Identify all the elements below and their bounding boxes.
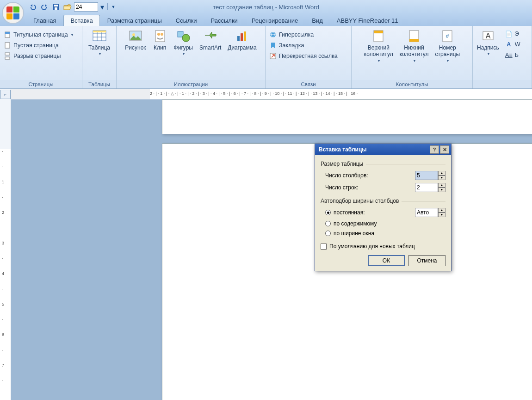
table-label: Таблица [88, 44, 110, 51]
tab-insert[interactable]: Вставка [63, 15, 99, 26]
open-button[interactable] [62, 2, 73, 12]
textbox-button[interactable]: A Надпись▾ [475, 27, 501, 58]
clip-button[interactable]: Клип [150, 27, 170, 52]
svg-rect-7 [5, 57, 10, 59]
table-icon [92, 29, 107, 44]
tab-abbyy[interactable]: ABBYY FineReader 11 [330, 15, 405, 26]
bookmark-icon [269, 42, 277, 49]
page-break-button[interactable]: Разрыв страницы [2, 51, 75, 61]
rows-label: Число строк: [325, 184, 411, 191]
tab-selector[interactable]: ⌐ [0, 90, 11, 99]
smartart-button[interactable]: SmartArt [197, 27, 223, 52]
group-tables-label: Таблицы [82, 80, 116, 88]
smartart-label: SmartArt [199, 44, 221, 51]
chart-icon [235, 29, 249, 44]
redo-button[interactable] [39, 2, 49, 12]
crossref-button[interactable]: Перекрестная ссылка [267, 51, 340, 61]
table-button[interactable]: Таблица▾ [86, 27, 112, 58]
horizontal-ruler[interactable]: 2 · | · 1 · | · △ · | · 1 · | · 2 · | · … [11, 89, 532, 100]
vruler-track: ··1·2·3·4·5·6·7· [0, 149, 11, 400]
section-autofit: Автоподбор ширины столбцов [321, 198, 445, 204]
tab-view[interactable]: Вид [305, 15, 329, 26]
pagenum-button[interactable]: # Номер страницы▾ [433, 27, 462, 64]
dialog-close-button[interactable]: ✕ [440, 145, 449, 154]
blank-page-button[interactable]: Пустая страница [2, 41, 75, 50]
group-text-label [473, 80, 532, 88]
tab-home[interactable]: Главная [27, 15, 62, 26]
cover-page-button[interactable]: Титульная страница▾ [2, 30, 75, 39]
page-previous[interactable] [162, 100, 532, 134]
footer-label: Нижний колонтитул [400, 44, 429, 58]
dialog-titlebar[interactable]: Вставка таблицы ? ✕ [315, 144, 451, 155]
document-canvas[interactable]: Вставка таблицы ? ✕ Размер таблицы Число… [11, 100, 532, 400]
cancel-button[interactable]: Отмена [408, 255, 445, 266]
cols-down[interactable]: ▼ [438, 175, 445, 180]
office-button[interactable] [2, 2, 24, 24]
font-size-input[interactable] [74, 2, 98, 12]
group-headerfooter: Верхний колонтитул▾ Нижний колонтитул▾ #… [352, 26, 473, 88]
pagenum-label: Номер страницы [435, 44, 460, 58]
dialog-help-button[interactable]: ? [430, 145, 439, 154]
tab-review[interactable]: Рецензирование [245, 15, 304, 26]
text-b-button[interactable]: A≡Б [503, 50, 522, 60]
fixed-down[interactable]: ▼ [438, 212, 445, 217]
fixed-spinner[interactable]: ▲▼ [415, 208, 445, 217]
remember-checkbox[interactable] [321, 244, 327, 250]
svg-rect-6 [5, 53, 10, 55]
rows-spinner[interactable]: ▲▼ [415, 183, 445, 192]
blank-page-icon [4, 42, 11, 49]
hyperlink-button[interactable]: Гиперссылка [267, 30, 340, 39]
undo-button[interactable] [28, 2, 38, 12]
svg-rect-2 [55, 7, 57, 10]
save-button[interactable] [51, 2, 61, 12]
tab-page-layout[interactable]: Разметка страницы [101, 15, 168, 26]
cols-spinner[interactable]: ▲▼ [415, 171, 445, 180]
hruler-numbers: 2 · | · 1 · | · △ · | · 1 · | · 2 · | · … [150, 91, 358, 96]
section-table-size: Размер таблицы [321, 161, 445, 167]
vruler-mark: · [2, 348, 3, 352]
radio-contents[interactable] [325, 221, 331, 226]
ok-button[interactable]: ОК [368, 255, 405, 266]
page-break-icon [4, 52, 11, 60]
vruler-mark: 2 [2, 210, 4, 215]
rows-down[interactable]: ▼ [438, 188, 445, 192]
radio-window[interactable] [325, 231, 331, 236]
svg-point-17 [157, 33, 160, 36]
pagenum-icon: # [440, 29, 455, 44]
hyperlink-icon [269, 31, 277, 38]
qat-dropdown[interactable]: ▾ [99, 2, 105, 12]
radio-fixed[interactable] [325, 210, 331, 215]
blank-page-label: Пустая страница [13, 42, 59, 49]
fixed-up[interactable]: ▲ [438, 208, 445, 212]
svg-text:#: # [446, 33, 449, 39]
clip-icon [153, 29, 167, 44]
rows-input[interactable] [415, 183, 438, 192]
svg-text:A: A [486, 32, 491, 40]
vruler-mark: 4 [2, 271, 4, 276]
rows-up[interactable]: ▲ [438, 183, 445, 188]
shapes-button[interactable]: Фигуры▾ [172, 27, 195, 58]
tab-references[interactable]: Ссылки [169, 15, 204, 26]
cols-up[interactable]: ▲ [438, 171, 445, 175]
header-button[interactable]: Верхний колонтитул▾ [362, 27, 396, 64]
chart-label: Диаграмма [228, 44, 256, 51]
bookmark-button[interactable]: Закладка [267, 41, 340, 50]
svg-rect-13 [93, 31, 106, 32]
quick-access-toolbar: ▾ | ▼ [28, 2, 116, 12]
text-w-button[interactable]: AW [503, 40, 522, 49]
cols-input[interactable] [415, 171, 438, 180]
footer-button[interactable]: Нижний колонтитул▾ [397, 27, 431, 64]
svg-rect-22 [241, 33, 243, 41]
vruler-mark: 7 [2, 363, 4, 368]
chart-button[interactable]: Диаграмма [225, 27, 259, 52]
group-tables: Таблица▾ Таблицы [82, 26, 117, 88]
picture-label: Рисунок [125, 44, 146, 51]
text-e-button[interactable]: 📄Э [503, 29, 522, 38]
tab-mailings[interactable]: Рассылки [204, 15, 244, 26]
crossref-label: Перекрестная ссылка [279, 53, 338, 59]
fixed-input[interactable] [415, 208, 438, 217]
picture-button[interactable]: Рисунок [123, 27, 148, 52]
svg-rect-16 [155, 31, 165, 42]
qat-customize[interactable]: ▼ [111, 2, 116, 12]
header-icon [371, 29, 386, 44]
